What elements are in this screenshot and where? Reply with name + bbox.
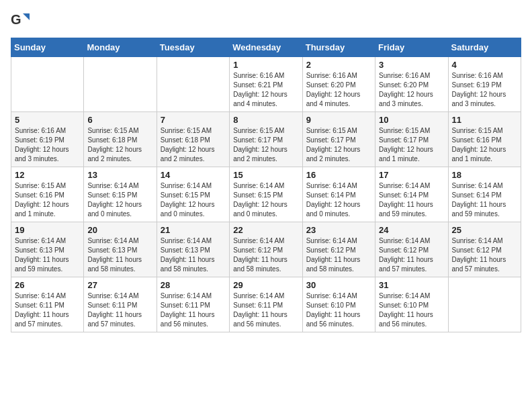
day-info: Sunrise: 6:16 AMSunset: 6:19 PMDaylight:… — [15, 126, 80, 164]
day-cell: 21Sunrise: 6:14 AMSunset: 6:13 PMDayligh… — [157, 222, 229, 277]
day-cell: 10Sunrise: 6:15 AMSunset: 6:17 PMDayligh… — [375, 112, 448, 167]
day-number: 14 — [161, 170, 226, 180]
day-info: Sunrise: 6:15 AMSunset: 6:18 PMDaylight:… — [161, 126, 226, 164]
day-headers-row: SundayMondayTuesdayWednesdayThursdayFrid… — [11, 38, 521, 57]
day-header-friday: Friday — [375, 38, 448, 57]
day-cell: 24Sunrise: 6:14 AMSunset: 6:12 PMDayligh… — [375, 222, 448, 277]
day-info: Sunrise: 6:14 AMSunset: 6:15 PMDaylight:… — [233, 181, 298, 219]
day-cell: 11Sunrise: 6:15 AMSunset: 6:16 PMDayligh… — [448, 112, 521, 167]
day-cell: 8Sunrise: 6:15 AMSunset: 6:17 PMDaylight… — [230, 112, 302, 167]
day-info: Sunrise: 6:14 AMSunset: 6:11 PMDaylight:… — [233, 291, 298, 329]
day-cell: 12Sunrise: 6:15 AMSunset: 6:16 PMDayligh… — [11, 167, 84, 222]
svg-marker-1 — [23, 13, 30, 20]
day-number: 23 — [306, 225, 371, 235]
day-number: 21 — [161, 225, 226, 235]
day-info: Sunrise: 6:14 AMSunset: 6:14 PMDaylight:… — [306, 181, 371, 219]
day-cell: 27Sunrise: 6:14 AMSunset: 6:11 PMDayligh… — [84, 277, 157, 332]
day-number: 6 — [87, 115, 152, 125]
logo-icon: G — [11, 11, 30, 30]
day-number: 18 — [452, 170, 517, 180]
day-number: 3 — [379, 60, 444, 70]
day-cell: 29Sunrise: 6:14 AMSunset: 6:11 PMDayligh… — [230, 277, 302, 332]
day-cell: 15Sunrise: 6:14 AMSunset: 6:15 PMDayligh… — [230, 167, 302, 222]
day-info: Sunrise: 6:15 AMSunset: 6:17 PMDaylight:… — [233, 126, 298, 164]
day-number: 28 — [161, 280, 226, 290]
day-info: Sunrise: 6:14 AMSunset: 6:10 PMDaylight:… — [306, 291, 371, 329]
day-info: Sunrise: 6:16 AMSunset: 6:20 PMDaylight:… — [306, 71, 371, 109]
day-cell — [448, 277, 521, 332]
day-info: Sunrise: 6:16 AMSunset: 6:21 PMDaylight:… — [233, 71, 298, 109]
day-number: 13 — [87, 170, 152, 180]
day-number: 7 — [161, 115, 226, 125]
day-cell: 30Sunrise: 6:14 AMSunset: 6:10 PMDayligh… — [302, 277, 375, 332]
day-header-monday: Monday — [84, 38, 157, 57]
day-info: Sunrise: 6:14 AMSunset: 6:14 PMDaylight:… — [452, 181, 517, 219]
day-cell: 20Sunrise: 6:14 AMSunset: 6:13 PMDayligh… — [84, 222, 157, 277]
day-cell: 13Sunrise: 6:14 AMSunset: 6:15 PMDayligh… — [84, 167, 157, 222]
day-info: Sunrise: 6:14 AMSunset: 6:13 PMDaylight:… — [161, 236, 226, 274]
day-header-saturday: Saturday — [448, 38, 521, 57]
day-header-wednesday: Wednesday — [230, 38, 302, 57]
week-row-1: 1Sunrise: 6:16 AMSunset: 6:21 PMDaylight… — [11, 57, 521, 112]
day-info: Sunrise: 6:14 AMSunset: 6:14 PMDaylight:… — [379, 181, 444, 219]
day-cell: 3Sunrise: 6:16 AMSunset: 6:20 PMDaylight… — [375, 57, 448, 112]
day-number: 17 — [379, 170, 444, 180]
day-header-sunday: Sunday — [11, 38, 84, 57]
day-cell: 9Sunrise: 6:15 AMSunset: 6:17 PMDaylight… — [302, 112, 375, 167]
day-number: 9 — [306, 115, 371, 125]
day-number: 24 — [379, 225, 444, 235]
day-info: Sunrise: 6:14 AMSunset: 6:10 PMDaylight:… — [379, 291, 444, 329]
day-cell: 1Sunrise: 6:16 AMSunset: 6:21 PMDaylight… — [230, 57, 302, 112]
day-number: 12 — [15, 170, 80, 180]
day-cell: 2Sunrise: 6:16 AMSunset: 6:20 PMDaylight… — [302, 57, 375, 112]
day-info: Sunrise: 6:14 AMSunset: 6:12 PMDaylight:… — [306, 236, 371, 274]
day-cell: 31Sunrise: 6:14 AMSunset: 6:10 PMDayligh… — [375, 277, 448, 332]
day-number: 27 — [87, 280, 152, 290]
day-cell: 7Sunrise: 6:15 AMSunset: 6:18 PMDaylight… — [157, 112, 229, 167]
day-number: 1 — [233, 60, 298, 70]
day-number: 10 — [379, 115, 444, 125]
day-number: 8 — [233, 115, 298, 125]
day-info: Sunrise: 6:15 AMSunset: 6:17 PMDaylight:… — [306, 126, 371, 164]
day-info: Sunrise: 6:14 AMSunset: 6:11 PMDaylight:… — [15, 291, 80, 329]
day-number: 29 — [233, 280, 298, 290]
day-cell: 16Sunrise: 6:14 AMSunset: 6:14 PMDayligh… — [302, 167, 375, 222]
day-number: 11 — [452, 115, 517, 125]
day-info: Sunrise: 6:15 AMSunset: 6:16 PMDaylight:… — [15, 181, 80, 219]
day-info: Sunrise: 6:15 AMSunset: 6:18 PMDaylight:… — [87, 126, 152, 164]
day-cell: 4Sunrise: 6:16 AMSunset: 6:19 PMDaylight… — [448, 57, 521, 112]
day-cell: 23Sunrise: 6:14 AMSunset: 6:12 PMDayligh… — [302, 222, 375, 277]
day-info: Sunrise: 6:15 AMSunset: 6:17 PMDaylight:… — [379, 126, 444, 164]
day-cell — [84, 57, 157, 112]
day-info: Sunrise: 6:16 AMSunset: 6:19 PMDaylight:… — [452, 71, 517, 109]
day-number: 15 — [233, 170, 298, 180]
day-cell — [157, 57, 229, 112]
day-cell: 25Sunrise: 6:14 AMSunset: 6:12 PMDayligh… — [448, 222, 521, 277]
day-cell: 28Sunrise: 6:14 AMSunset: 6:11 PMDayligh… — [157, 277, 229, 332]
day-info: Sunrise: 6:14 AMSunset: 6:12 PMDaylight:… — [233, 236, 298, 274]
day-cell: 5Sunrise: 6:16 AMSunset: 6:19 PMDaylight… — [11, 112, 84, 167]
day-info: Sunrise: 6:16 AMSunset: 6:20 PMDaylight:… — [379, 71, 444, 109]
day-cell: 26Sunrise: 6:14 AMSunset: 6:11 PMDayligh… — [11, 277, 84, 332]
day-info: Sunrise: 6:14 AMSunset: 6:15 PMDaylight:… — [87, 181, 152, 219]
day-number: 22 — [233, 225, 298, 235]
week-row-3: 12Sunrise: 6:15 AMSunset: 6:16 PMDayligh… — [11, 167, 521, 222]
day-header-thursday: Thursday — [302, 38, 375, 57]
week-row-5: 26Sunrise: 6:14 AMSunset: 6:11 PMDayligh… — [11, 277, 521, 332]
day-info: Sunrise: 6:14 AMSunset: 6:11 PMDaylight:… — [161, 291, 226, 329]
day-info: Sunrise: 6:14 AMSunset: 6:11 PMDaylight:… — [87, 291, 152, 329]
day-number: 4 — [452, 60, 517, 70]
calendar: SundayMondayTuesdayWednesdayThursdayFrid… — [11, 38, 521, 332]
day-number: 31 — [379, 280, 444, 290]
svg-text:G: G — [11, 12, 21, 27]
day-number: 16 — [306, 170, 371, 180]
day-number: 19 — [15, 225, 80, 235]
week-row-4: 19Sunrise: 6:14 AMSunset: 6:13 PMDayligh… — [11, 222, 521, 277]
day-cell — [11, 57, 84, 112]
week-row-2: 5Sunrise: 6:16 AMSunset: 6:19 PMDaylight… — [11, 112, 521, 167]
day-cell: 14Sunrise: 6:14 AMSunset: 6:15 PMDayligh… — [157, 167, 229, 222]
day-number: 30 — [306, 280, 371, 290]
day-number: 5 — [15, 115, 80, 125]
day-info: Sunrise: 6:15 AMSunset: 6:16 PMDaylight:… — [452, 126, 517, 164]
day-cell: 17Sunrise: 6:14 AMSunset: 6:14 PMDayligh… — [375, 167, 448, 222]
